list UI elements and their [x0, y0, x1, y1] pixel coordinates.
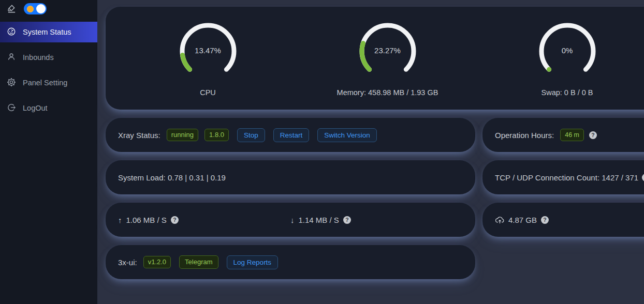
traffic-total-value: 4.87 GB — [508, 216, 537, 224]
arrow-up-icon: ↑ — [118, 216, 122, 224]
sidebar-item-inbounds[interactable]: Inbounds — [0, 47, 97, 68]
connection-count-text: TCP / UDP Connection Count: 1427 / 371 — [495, 173, 638, 182]
log-reports-button[interactable]: Log Reports — [227, 255, 279, 269]
download-speed-value: 1.14 MB / S — [299, 216, 339, 224]
gauge-label: CPU — [118, 88, 298, 97]
question-icon[interactable]: ? — [171, 216, 179, 224]
question-icon[interactable]: ? — [589, 131, 597, 139]
system-load-text: System Load: 0.78 | 0.31 | 0.19 — [118, 173, 226, 182]
dashboard-icon — [7, 27, 16, 38]
switch-version-button[interactable]: Switch Version — [317, 128, 377, 142]
cloud-upload-icon — [495, 216, 505, 224]
theme-toggle[interactable] — [24, 3, 47, 14]
traffic-total-card: 4.87 GB ? — [482, 203, 644, 237]
upload-speed-value: 1.06 MB / S — [126, 216, 167, 224]
resource-gauges-card: 13.47% CPU 23.27% Memory: 458.98 MB / 1.… — [106, 7, 644, 110]
sidebar-item-logout[interactable]: LogOut — [0, 98, 97, 118]
sun-icon — [27, 6, 34, 12]
question-icon[interactable]: ? — [541, 216, 549, 224]
sidebar-item-label: Inbounds — [23, 53, 54, 62]
toggle-knob — [36, 4, 46, 13]
gauge-label: Memory: 458.98 MB / 1.93 GB — [298, 88, 477, 97]
operation-hours-label: Operation Hours: — [495, 131, 554, 140]
sidebar-item-label: System Status — [23, 28, 71, 36]
question-icon[interactable]: ? — [642, 174, 644, 181]
gauge-percent: 23.27% — [357, 46, 419, 55]
xray-status-label: Xray Status: — [118, 131, 160, 140]
app-root: System Status Inbounds — [0, 0, 644, 304]
system-load-card: System Load: 0.78 | 0.31 | 0.19 — [106, 160, 475, 194]
empty-cell — [482, 245, 644, 279]
sidebar-item-label: LogOut — [23, 104, 48, 112]
gauge-label: Swap: 0 B / 0 B — [477, 88, 644, 97]
gauge-cpu: 13.47% CPU — [118, 21, 298, 110]
arrow-down-icon: ↓ — [290, 216, 295, 224]
sidebar: System Status Inbounds — [0, 0, 97, 304]
xray-version-badge: 1.8.0 — [204, 129, 229, 141]
sidebar-header — [0, 0, 97, 18]
xray-status-badge: running — [167, 129, 198, 141]
connections-card: TCP / UDP Connection Count: 1427 / 371 ? — [482, 160, 644, 194]
restart-button[interactable]: Restart — [273, 128, 310, 142]
sidebar-menu: System Status Inbounds — [0, 22, 97, 123]
app-name-label: 3x-ui: — [118, 258, 137, 267]
xray-status-card: Xray Status: running 1.8.0 Stop Restart … — [106, 118, 475, 152]
question-icon[interactable]: ? — [343, 216, 351, 224]
telegram-link[interactable]: Telegram — [179, 255, 218, 269]
operation-hours-badge: 46 m — [560, 129, 584, 141]
sidebar-item-label: Panel Setting — [23, 79, 67, 87]
operation-hours-card: Operation Hours: 46 m ? — [482, 118, 644, 152]
upload-speed: ↑ 1.06 MB / S ? — [118, 216, 290, 224]
app-version-card: 3x-ui: v1.2.0 Telegram Log Reports — [106, 245, 475, 279]
gauge-percent: 0% — [536, 46, 598, 55]
gauge-percent: 13.47% — [177, 46, 239, 55]
network-speed-card: ↑ 1.06 MB / S ? ↓ 1.14 MB / S ? — [106, 203, 475, 237]
settings-gear-icon — [7, 78, 16, 88]
main-area: 13.47% CPU 23.27% Memory: 458.98 MB / 1.… — [97, 0, 644, 304]
theme-icon[interactable] — [6, 4, 17, 14]
download-speed: ↓ 1.14 MB / S ? — [290, 216, 463, 224]
app-version-badge: v1.2.0 — [143, 256, 171, 268]
gauge-memory: 23.27% Memory: 458.98 MB / 1.93 GB — [298, 21, 477, 110]
stop-button[interactable]: Stop — [237, 128, 265, 142]
gauge-swap: 0% Swap: 0 B / 0 B — [477, 21, 644, 110]
sidebar-item-panel-setting[interactable]: Panel Setting — [0, 72, 97, 93]
user-icon — [7, 52, 16, 63]
logout-icon — [7, 103, 16, 114]
sidebar-item-system-status[interactable]: System Status — [0, 22, 97, 42]
